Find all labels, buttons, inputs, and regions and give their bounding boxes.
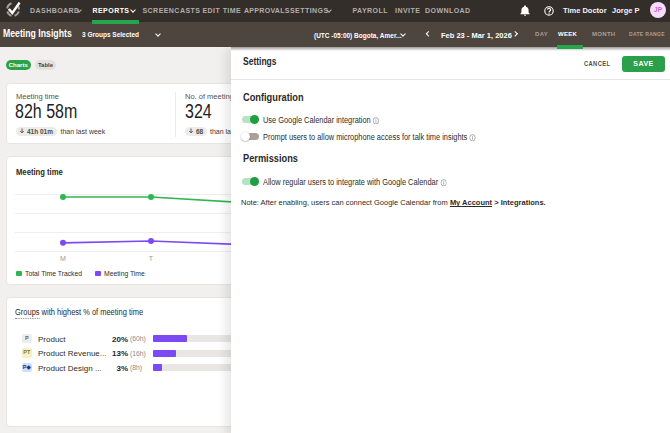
svg-text:M: M [60, 255, 66, 262]
svg-text:T: T [149, 255, 154, 262]
